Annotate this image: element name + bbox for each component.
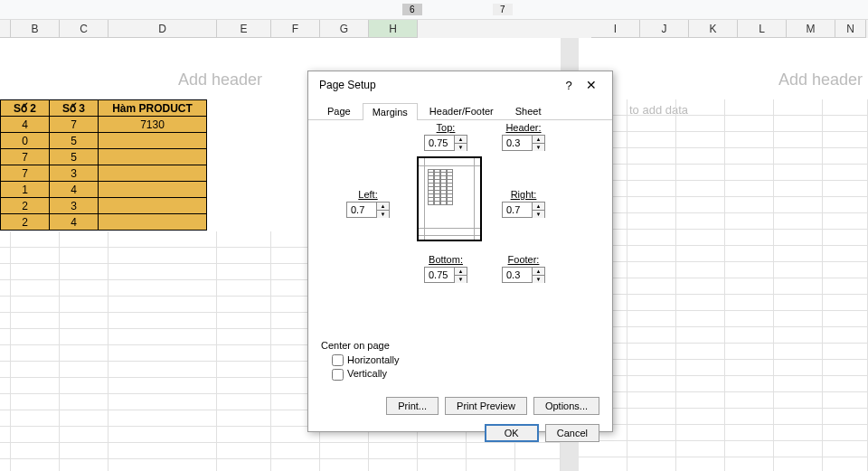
col-header[interactable]: L xyxy=(738,20,787,38)
cell[interactable] xyxy=(99,198,207,214)
spin-up-icon[interactable]: ▲ xyxy=(533,203,544,211)
spin-up-icon[interactable]: ▲ xyxy=(533,268,544,276)
margin-header-input[interactable] xyxy=(503,136,532,150)
table-row[interactable]: 05 xyxy=(1,133,207,149)
spin-down-icon[interactable]: ▼ xyxy=(455,276,467,283)
add-header-placeholder[interactable]: Add header xyxy=(778,71,863,89)
print-preview-button[interactable]: Print Preview xyxy=(445,397,527,415)
cell[interactable]: 4 xyxy=(50,214,99,231)
margin-top-spinner[interactable]: ▲▼ xyxy=(424,135,467,151)
cell[interactable] xyxy=(99,165,207,182)
cancel-button[interactable]: Cancel xyxy=(545,424,599,442)
page-preview xyxy=(417,156,482,241)
ruler: 6 7 xyxy=(0,0,868,20)
ruler-marker: 6 xyxy=(402,4,422,15)
center-v-checkbox[interactable] xyxy=(332,369,344,381)
center-vertically-option[interactable]: Vertically xyxy=(332,368,399,381)
cell[interactable]: 7 xyxy=(1,165,50,182)
tab-sheet[interactable]: Sheet xyxy=(505,102,552,119)
col-header[interactable]: F xyxy=(271,20,320,38)
table-row[interactable]: 24 xyxy=(1,214,207,231)
col-header[interactable]: G xyxy=(320,20,369,38)
spin-down-icon[interactable]: ▼ xyxy=(533,144,544,151)
dialog-tabs: Page Margins Header/Footer Sheet xyxy=(308,99,612,120)
cell[interactable]: 5 xyxy=(50,133,99,149)
center-horizontally-option[interactable]: Horizontally xyxy=(332,354,399,367)
empty-grid-right[interactable] xyxy=(579,99,868,471)
spin-up-icon[interactable]: ▲ xyxy=(455,136,467,144)
margin-header-spinner[interactable]: ▲▼ xyxy=(502,135,545,151)
cell[interactable] xyxy=(99,182,207,198)
margin-bottom-input[interactable] xyxy=(425,268,454,282)
center-on-page-section: Center on page Horizontally Vertically xyxy=(321,340,399,382)
margin-footer-label: Footer: xyxy=(502,254,545,265)
cell[interactable]: 7 xyxy=(1,149,50,165)
help-button[interactable]: ? xyxy=(560,79,578,92)
cell[interactable]: 2 xyxy=(1,198,50,214)
col-header[interactable]: C xyxy=(60,20,108,38)
spin-up-icon[interactable]: ▲ xyxy=(455,268,467,276)
page-setup-dialog: Page Setup ? ✕ Page Margins Header/Foote… xyxy=(307,71,613,432)
cell[interactable]: 1 xyxy=(1,182,50,198)
col-header[interactable]: J xyxy=(640,20,689,38)
cell[interactable]: 0 xyxy=(1,133,50,149)
spin-down-icon[interactable]: ▼ xyxy=(455,144,467,151)
margin-left-input[interactable] xyxy=(347,203,376,217)
cell[interactable]: 3 xyxy=(50,198,99,214)
col-header-active[interactable]: H xyxy=(369,20,418,38)
cell[interactable] xyxy=(99,214,207,231)
margin-bottom-spinner[interactable]: ▲▼ xyxy=(424,267,467,283)
spin-up-icon[interactable]: ▲ xyxy=(533,136,544,144)
col-header[interactable]: K xyxy=(689,20,738,38)
options-button[interactable]: Options... xyxy=(533,397,599,415)
cell[interactable]: 5 xyxy=(50,149,99,165)
cell[interactable] xyxy=(99,149,207,165)
cell[interactable] xyxy=(99,133,207,149)
cell[interactable]: 3 xyxy=(50,165,99,182)
close-button[interactable]: ✕ xyxy=(578,78,605,92)
margin-bottom-label: Bottom: xyxy=(424,254,467,265)
margin-header-field: Header: ▲▼ xyxy=(502,122,545,151)
tab-margins[interactable]: Margins xyxy=(363,103,418,120)
table-row[interactable]: 73 xyxy=(1,165,207,182)
cell[interactable]: 7130 xyxy=(99,117,207,133)
col-header[interactable]: I xyxy=(591,20,640,38)
spin-down-icon[interactable]: ▼ xyxy=(533,276,544,283)
spin-down-icon[interactable]: ▼ xyxy=(533,211,544,218)
margin-header-label: Header: xyxy=(502,122,545,133)
center-h-checkbox[interactable] xyxy=(332,354,344,366)
tab-header-footer[interactable]: Header/Footer xyxy=(420,102,504,119)
spin-down-icon[interactable]: ▼ xyxy=(377,211,389,218)
margin-right-spinner[interactable]: ▲▼ xyxy=(502,202,545,218)
col-header[interactable]: D xyxy=(108,20,217,38)
table-row[interactable]: 75 xyxy=(1,149,207,165)
margin-footer-input[interactable] xyxy=(503,268,532,282)
margin-footer-field: Footer: ▲▼ xyxy=(502,254,545,283)
add-header-placeholder[interactable]: Add header xyxy=(178,71,262,89)
table-row[interactable]: 14 xyxy=(1,182,207,198)
ok-button[interactable]: OK xyxy=(485,424,539,442)
col-header[interactable]: B xyxy=(11,20,60,38)
col-header[interactable]: N xyxy=(835,20,866,38)
col-header[interactable]: M xyxy=(787,20,835,38)
margin-left-field: Left: ▲▼ xyxy=(346,189,390,218)
tab-page[interactable]: Page xyxy=(317,102,361,119)
print-button[interactable]: Print... xyxy=(386,397,439,415)
cell[interactable]: 4 xyxy=(1,117,50,133)
spin-up-icon[interactable]: ▲ xyxy=(377,203,389,211)
margin-top-input[interactable] xyxy=(425,136,454,150)
table-row[interactable]: 477130 xyxy=(1,117,207,133)
cell[interactable]: 2 xyxy=(1,214,50,231)
margin-footer-spinner[interactable]: ▲▼ xyxy=(502,267,545,283)
cell[interactable]: 7 xyxy=(50,117,99,133)
table-row[interactable]: 23 xyxy=(1,198,207,214)
margin-left-spinner[interactable]: ▲▼ xyxy=(346,202,390,218)
margin-right-input[interactable] xyxy=(503,203,532,217)
cell[interactable]: 4 xyxy=(50,182,99,198)
col-header[interactable]: E xyxy=(217,20,271,38)
sheet-page-right[interactable]: Add header to add data xyxy=(579,38,868,471)
margin-bottom-field: Bottom: ▲▼ xyxy=(424,254,467,283)
dialog-buttons: Print... Print Preview Options... OK Can… xyxy=(308,391,612,447)
ruler-marker: 7 xyxy=(493,4,513,15)
dialog-titlebar[interactable]: Page Setup ? ✕ xyxy=(308,71,612,99)
